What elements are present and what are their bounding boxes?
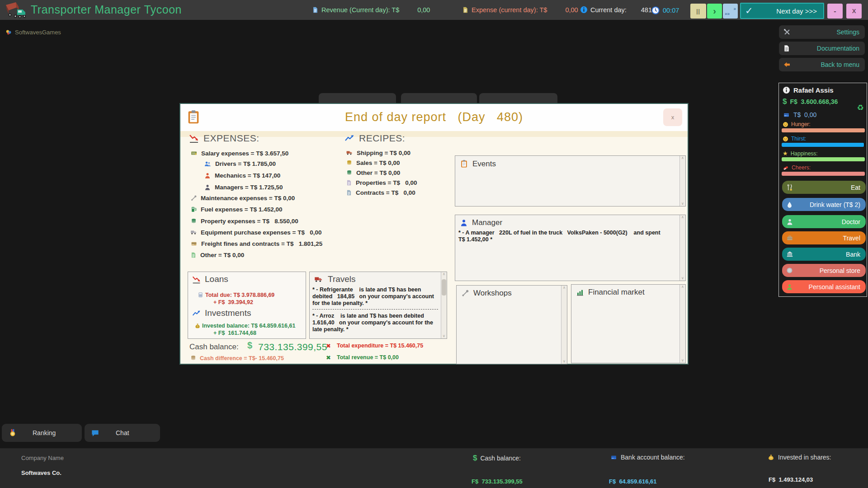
hunger-stat-label: Hunger: bbox=[783, 121, 811, 127]
scroll-down-icon[interactable]: ∨ bbox=[443, 334, 445, 338]
player-info-icon[interactable] bbox=[783, 86, 790, 94]
manager-box: Manager * - A manager 220L of fuel in th… bbox=[455, 215, 686, 281]
back-arrow-icon bbox=[783, 61, 791, 68]
expense-item-fuel: Fuel expenses = T$ 1.452,00 bbox=[190, 205, 282, 213]
app-title: Transporter Manager Tycoon bbox=[31, 3, 182, 16]
play-button[interactable]: › bbox=[707, 4, 722, 19]
financial-market-scrollbar[interactable]: ∧∨ bbox=[679, 285, 685, 363]
investments-balance-fs: + F$ 161.744,68 bbox=[213, 330, 256, 337]
bank-balance-footer-value: F$ 64.859.616,61 bbox=[609, 478, 657, 485]
cash-dollar-icon: $ bbox=[247, 340, 252, 351]
game-screen: Transporter Manager Tycoon Revenue (Curr… bbox=[0, 0, 868, 488]
calculator-icon bbox=[198, 291, 203, 298]
scroll-up-icon[interactable]: ∧ bbox=[443, 272, 445, 276]
chat-icon bbox=[91, 429, 99, 437]
hunger-bar-fill bbox=[782, 128, 865, 132]
dialog-title: End of day report (Day 480) bbox=[180, 110, 688, 124]
scroll-up-icon[interactable]: ∧ bbox=[681, 285, 684, 289]
equipment-icon bbox=[190, 229, 197, 235]
workshops-header: Workshops bbox=[461, 289, 512, 298]
other-money-icon bbox=[346, 169, 353, 176]
property-money-icon bbox=[190, 218, 197, 224]
close-window-button[interactable]: X bbox=[846, 4, 862, 19]
chat-button[interactable]: Chat bbox=[85, 424, 160, 442]
play-icon: › bbox=[713, 6, 716, 16]
expense-item-salary: Salary expenses = T$ 3.657,50 bbox=[190, 149, 288, 157]
expenses-chart-down-icon bbox=[189, 133, 199, 144]
documentation-button[interactable]: Documentation bbox=[779, 42, 865, 55]
revenue-value: 0,00 bbox=[417, 6, 430, 14]
expense-label: Expense (current day): T$ bbox=[472, 6, 547, 14]
travel-button[interactable]: Travel bbox=[782, 231, 866, 244]
manager-header: Manager bbox=[460, 218, 502, 227]
refresh-balance-icon[interactable]: ♻ bbox=[857, 103, 864, 113]
pause-button[interactable]: || bbox=[690, 4, 706, 19]
revenue-label: Revenue (Current day): T$ bbox=[321, 6, 399, 14]
expense-item-property: Property expenses = T$ 8.550,00 bbox=[190, 217, 298, 225]
doctor-button[interactable]: Doctor bbox=[782, 215, 866, 228]
end-of-day-report-dialog: End of day report (Day 480) x EXPENSES: … bbox=[179, 103, 689, 365]
manager-scrollbar[interactable]: ∧∨ bbox=[679, 215, 685, 281]
travel-message-2: * - Arroz is late and T$ has been debite… bbox=[312, 313, 438, 333]
player-name: Rafael Assis bbox=[793, 86, 834, 94]
events-scrollbar[interactable]: ∧∨ bbox=[679, 156, 685, 206]
travels-scrollbar[interactable]: ∧∨ bbox=[441, 272, 447, 338]
drink-water-button[interactable]: Drink water (T$ 2) bbox=[782, 198, 866, 211]
settings-button[interactable]: Settings bbox=[779, 25, 865, 39]
back-to-menu-button[interactable]: Back to menu bbox=[779, 58, 865, 71]
dialog-close-button[interactable]: x bbox=[663, 108, 682, 126]
recipes-header: RECIPES: bbox=[344, 133, 405, 144]
revenue-x-icon: ✖ bbox=[326, 354, 331, 361]
thirst-bar bbox=[782, 143, 865, 147]
fast-forward-button[interactable]: »»» bbox=[723, 4, 738, 19]
shares-icon bbox=[767, 454, 775, 461]
eat-button[interactable]: Eat bbox=[782, 181, 866, 194]
scroll-up-icon[interactable]: ∧ bbox=[681, 156, 684, 160]
clock-indicator: 00:07 bbox=[651, 6, 679, 15]
workshops-scrollbar[interactable]: ∧∨ bbox=[561, 286, 567, 364]
loans-investments-box: Loans Total due: T$ 3.978.886,69 + F$ 39… bbox=[188, 272, 306, 339]
scrollbar-thumb[interactable] bbox=[442, 279, 446, 296]
recipe-item-contracts: Contracts = T$ 0,00 bbox=[346, 188, 415, 197]
minimize-button[interactable]: - bbox=[827, 4, 843, 19]
cash-difference-icon bbox=[190, 355, 197, 361]
properties-certificate-icon bbox=[346, 179, 352, 186]
recipe-item-shipping: Shipping = T$ 0,00 bbox=[346, 149, 410, 157]
hunger-face-icon bbox=[783, 122, 788, 127]
total-revenue: Total revenue = T$ 0,00 bbox=[337, 354, 399, 361]
events-box: Events ∧∨ bbox=[455, 155, 686, 206]
tools-icon bbox=[783, 28, 791, 36]
happiness-bar-fill bbox=[782, 157, 865, 161]
fast-forward-icon: » bbox=[733, 6, 736, 11]
cash-balance-label: Cash balance: bbox=[189, 343, 239, 352]
watermark-label: SoftwavesGames bbox=[15, 29, 61, 36]
card-icon bbox=[783, 112, 790, 118]
loans-chart-down-icon bbox=[192, 275, 201, 284]
scroll-down-icon[interactable]: ∨ bbox=[681, 359, 684, 362]
financial-market-chart-icon bbox=[576, 288, 584, 296]
studio-watermark: SoftwavesGames bbox=[5, 29, 61, 36]
scroll-up-icon[interactable]: ∧ bbox=[563, 286, 566, 290]
expense-item-equipment: Equipment purchase expenses = T$ 0,00 bbox=[190, 228, 321, 236]
shares-indicator: Invested in shares: bbox=[767, 454, 831, 461]
documentation-label: Documentation bbox=[817, 45, 859, 52]
current-day-label: Current day: bbox=[590, 6, 627, 14]
recipe-item-other: Other = T$ 0,00 bbox=[346, 169, 400, 177]
bank-button[interactable]: Bank bbox=[782, 248, 866, 261]
next-day-button[interactable]: ✓Next day >>> bbox=[740, 3, 824, 19]
scroll-up-icon[interactable]: ∧ bbox=[681, 216, 684, 219]
happiness-bar bbox=[782, 157, 865, 161]
personal-store-button[interactable]: Personal store bbox=[782, 264, 866, 277]
scroll-down-icon[interactable]: ∨ bbox=[681, 202, 684, 206]
ranking-button[interactable]: Ranking bbox=[2, 424, 82, 442]
fast-forward-icon-2: »» bbox=[725, 11, 730, 16]
personal-assistant-button[interactable]: Personal assistant bbox=[782, 280, 866, 293]
moneybag-icon bbox=[194, 323, 201, 329]
scroll-down-icon[interactable]: ∨ bbox=[563, 360, 566, 363]
thirst-stat-label: Thirst: bbox=[783, 136, 806, 142]
player-fs-balance-row: $ F$ 3.600.668,36 bbox=[783, 97, 838, 106]
recipe-item-properties: Properties = T$ 0,00 bbox=[346, 178, 417, 187]
scroll-down-icon[interactable]: ∨ bbox=[681, 277, 684, 280]
expense-value: 0,00 bbox=[565, 6, 578, 14]
player-ts-balance-row: T$ 0,00 bbox=[783, 111, 816, 118]
